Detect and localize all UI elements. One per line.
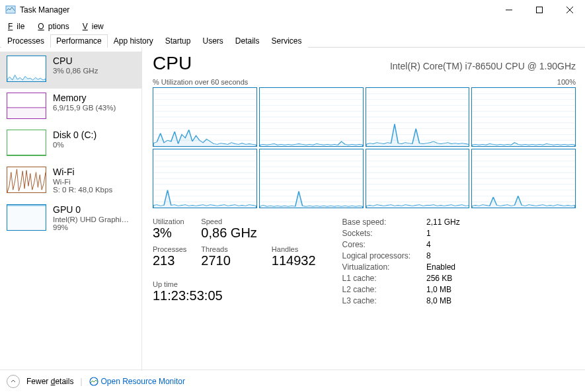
cpu-chart-lp0 [153, 87, 257, 147]
cpu-chart-lp5 [259, 149, 364, 208]
sidebar-item-sub: 6,9/15,9 GB (43%) [53, 104, 116, 112]
processes-value: 213 [153, 253, 186, 268]
cpu-chart-lp6 [366, 149, 470, 208]
svg-rect-5 [7, 108, 46, 118]
sidebar-item-sub2: 99% [53, 223, 132, 231]
cpu-chart-lp1 [259, 87, 364, 147]
cpu-model: Intel(R) Core(TM) i7-8650U CPU @ 1.90GHz [390, 61, 576, 71]
tab-services[interactable]: Services [266, 34, 308, 48]
sidebar-item-disk[interactable]: Disk 0 (C:) 0% [0, 126, 141, 163]
footer: Fewer details | Open Resource Monitor [0, 370, 585, 392]
sidebar-item-cpu[interactable]: CPU 3% 0,86 GHz [0, 52, 141, 89]
fewer-details-link[interactable]: Fewer details [26, 377, 73, 386]
maximize-button[interactable] [524, 0, 555, 20]
cores-value: 4 [426, 240, 460, 249]
cpu-chart-lp3 [471, 87, 576, 147]
processes-label: Processes [153, 245, 186, 253]
window-title: Task Manager [20, 5, 69, 15]
cpu-chart-lp7 [471, 149, 576, 208]
stats-left: Utilization 3% Speed 0,86 GHz Processes … [153, 217, 316, 305]
gpu-thumb [7, 204, 46, 231]
base-speed-label: Base speed: [342, 217, 410, 227]
speed-label: Speed [201, 217, 256, 225]
disk-thumb [7, 130, 46, 156]
sidebar: CPU 3% 0,86 GHz Memory 6,9/15,9 GB (43%)… [0, 48, 142, 371]
titlebar: Task Manager [0, 0, 585, 20]
minimize-button[interactable] [494, 0, 524, 20]
cpu-thumb [7, 56, 46, 82]
tab-startup[interactable]: Startup [159, 34, 197, 48]
stats-right: Base speed:2,11 GHz Sockets:1 Cores:4 Lo… [342, 217, 460, 305]
sidebar-item-sub: Intel(R) UHD Graphics … [53, 216, 132, 223]
sidebar-item-label: Disk 0 (C:) [53, 130, 97, 140]
cores-label: Cores: [342, 240, 410, 249]
uptime-value: 11:23:53:05 [153, 288, 316, 303]
detail-pane: CPU Intel(R) Core(TM) i7-8650U CPU @ 1.9… [142, 48, 585, 371]
uptime-label: Up time [153, 280, 316, 288]
sidebar-item-sub: 3% 0,86 GHz [53, 67, 98, 75]
open-resource-monitor-link[interactable]: Open Resource Monitor [89, 377, 185, 386]
sidebar-item-label: CPU [53, 56, 98, 66]
tab-performance[interactable]: Performance [50, 34, 108, 48]
sidebar-item-sub: Wi-Fi [53, 178, 112, 186]
virt-label: Virtualization: [342, 262, 410, 272]
tab-processes[interactable]: Processes [1, 34, 50, 48]
handles-value: 114932 [272, 253, 316, 268]
sockets-label: Sockets: [342, 229, 410, 238]
memory-thumb [7, 93, 46, 119]
l3-value: 8,0 MB [426, 296, 460, 305]
sidebar-item-label: GPU 0 [53, 204, 132, 215]
chart-caption-right: 100% [557, 78, 576, 86]
footer-divider: | [80, 377, 82, 386]
sidebar-item-wifi[interactable]: Wi-Fi Wi-Fi S: 0 R: 48,0 Kbps [0, 163, 141, 200]
l1-label: L1 cache: [342, 274, 410, 283]
utilization-value: 3% [153, 225, 186, 241]
wifi-thumb [7, 167, 46, 193]
menu-view[interactable]: View [79, 22, 112, 31]
cpu-chart-lp4 [153, 149, 257, 208]
threads-label: Threads [201, 245, 256, 253]
sidebar-item-memory[interactable]: Memory 6,9/15,9 GB (43%) [0, 89, 141, 126]
tab-app-history[interactable]: App history [108, 34, 159, 48]
sidebar-item-label: Memory [53, 93, 116, 103]
svg-rect-2 [537, 7, 543, 13]
threads-value: 2710 [201, 253, 256, 268]
l2-value: 1,0 MB [426, 285, 460, 294]
cpu-charts-grid [153, 87, 576, 208]
lp-label: Logical processors: [342, 251, 410, 260]
detail-heading: CPU [153, 53, 192, 74]
l3-label: L3 cache: [342, 296, 410, 305]
sidebar-item-sub: 0% [53, 141, 97, 149]
tab-details[interactable]: Details [229, 34, 266, 48]
menubar: File Options View [0, 20, 585, 32]
tab-bar: Processes Performance App history Startu… [0, 34, 585, 48]
tab-users[interactable]: Users [196, 34, 229, 48]
lp-value: 8 [426, 251, 460, 260]
collapse-button[interactable] [7, 375, 20, 388]
svg-rect-8 [7, 206, 46, 230]
handles-label: Handles [272, 245, 316, 253]
cpu-chart-lp2 [366, 87, 470, 147]
l2-label: L2 cache: [342, 285, 410, 294]
base-speed-value: 2,11 GHz [426, 217, 460, 227]
virt-value: Enabled [426, 262, 460, 272]
sockets-value: 1 [426, 229, 460, 238]
sidebar-item-sub2: S: 0 R: 48,0 Kbps [53, 186, 112, 194]
sidebar-item-gpu[interactable]: GPU 0 Intel(R) UHD Graphics … 99% [0, 200, 141, 238]
close-button[interactable] [555, 0, 585, 20]
resource-monitor-icon [89, 377, 98, 386]
app-icon [5, 5, 16, 15]
menu-options[interactable]: Options [34, 22, 77, 31]
chart-caption-left: % Utilization over 60 seconds [153, 78, 248, 86]
l1-value: 256 KB [426, 274, 460, 283]
utilization-label: Utilization [153, 217, 186, 225]
speed-value: 0,86 GHz [201, 225, 256, 241]
svg-point-82 [90, 377, 98, 385]
menu-file[interactable]: File [4, 22, 32, 31]
sidebar-item-label: Wi-Fi [53, 167, 112, 177]
